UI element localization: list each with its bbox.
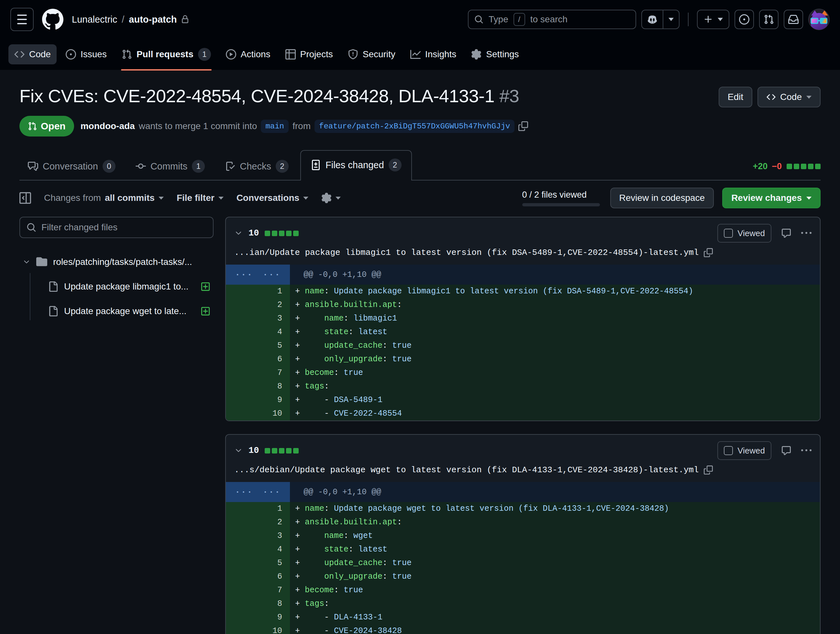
line-number[interactable]: 2	[226, 298, 290, 312]
viewed-toggle[interactable]: Viewed	[717, 441, 771, 460]
file-options-button[interactable]	[801, 445, 812, 456]
breadcrumb-owner[interactable]: Lunalectric	[72, 14, 117, 25]
diff-line[interactable]: 8+tags:	[226, 380, 820, 393]
issues-button[interactable]	[734, 10, 754, 29]
nav-item-insights[interactable]: Insights	[404, 44, 463, 65]
nav-item-settings[interactable]: Settings	[465, 44, 524, 65]
filter-changed-files-input[interactable]	[41, 222, 207, 233]
diff-line[interactable]: 9+ - DSA-5489-1	[226, 393, 820, 407]
diff-line[interactable]: 10+ - CVE-2024-38428	[226, 624, 820, 634]
file-filter-dropdown[interactable]: File filter	[177, 193, 224, 203]
inbox-button[interactable]	[784, 10, 803, 29]
diff-line[interactable]: 5+ update_cache: true	[226, 339, 820, 353]
copilot-caret-down-icon[interactable]	[663, 10, 679, 28]
base-branch-label[interactable]: main	[261, 120, 289, 133]
copy-path-button[interactable]	[704, 248, 713, 257]
tree-folder-row[interactable]: roles/patching/tasks/patch-tasks/...	[19, 250, 213, 274]
collapse-sidebar-button[interactable]	[19, 192, 31, 204]
diff-line[interactable]: 10+ - CVE-2022-48554	[226, 407, 820, 421]
diff-line[interactable]: 4+ state: latest	[226, 543, 820, 557]
pr-author[interactable]: mondoo-ada	[81, 121, 135, 131]
copilot-button[interactable]	[641, 10, 679, 29]
nav-item-actions[interactable]: Actions	[220, 44, 276, 65]
line-number[interactable]: 3	[226, 529, 290, 543]
diff-line[interactable]: 8+tags:	[226, 597, 820, 611]
copy-path-button[interactable]	[704, 465, 713, 475]
edit-button[interactable]: Edit	[718, 87, 752, 107]
diff-line[interactable]: 9+ - DLA-4133-1	[226, 611, 820, 624]
nav-item-projects[interactable]: Projects	[279, 44, 339, 65]
pull-requests-button[interactable]	[759, 10, 778, 29]
nav-item-code[interactable]: Code	[8, 44, 57, 65]
line-number[interactable]: 1	[226, 285, 290, 298]
diff-line[interactable]: 1+name: Update package wget to latest ve…	[226, 502, 820, 516]
diff-line[interactable]: 7+become: true	[226, 366, 820, 380]
diff-filename[interactable]: ...ian/Update package libmagic1 to lates…	[234, 248, 699, 257]
tab-checks[interactable]: Checks 2	[216, 153, 297, 180]
collapse-diff-button[interactable]	[234, 229, 243, 237]
head-branch-label[interactable]: feature/patch-2xBiDgT557DxGGWU5h47hvhGJj…	[314, 120, 515, 133]
create-new-button[interactable]	[697, 10, 729, 29]
filter-changed-files-field[interactable]	[19, 217, 213, 238]
line-number[interactable]: 5	[226, 557, 290, 570]
tab-conversation[interactable]: Conversation 0	[19, 153, 124, 180]
avatar[interactable]	[808, 9, 830, 30]
review-changes-button[interactable]: Review changes	[722, 188, 821, 208]
diff-line[interactable]: 6+ only_upgrade: true	[226, 353, 820, 366]
viewed-checkbox[interactable]	[724, 446, 733, 455]
hamburger-menu-button[interactable]	[10, 8, 34, 31]
tree-file-wget[interactable]: Update package wget to late...	[19, 299, 213, 323]
diff-line[interactable]: 3+ name: wget	[226, 529, 820, 543]
diff-settings-dropdown[interactable]	[321, 193, 341, 203]
line-number[interactable]: 6	[226, 353, 290, 366]
diff-line[interactable]: 5+ update_cache: true	[226, 557, 820, 570]
diff-line[interactable]: 3+ name: libmagic1	[226, 312, 820, 325]
diff-line[interactable]: 6+ only_upgrade: true	[226, 570, 820, 584]
copy-branch-button[interactable]	[518, 121, 528, 131]
diff-line[interactable]: 2+ansible.builtin.apt:	[226, 516, 820, 529]
line-number[interactable]: 5	[226, 339, 290, 353]
diff-line[interactable]: 2+ansible.builtin.apt:	[226, 298, 820, 312]
line-number[interactable]: 10	[226, 624, 290, 634]
code-dropdown-button[interactable]: Code	[758, 87, 821, 107]
comment-button[interactable]	[781, 228, 791, 238]
diff-line[interactable]: 4+ state: latest	[226, 325, 820, 339]
line-number[interactable]: 6	[226, 570, 290, 584]
review-in-codespace-button[interactable]: Review in codespace	[610, 188, 714, 208]
comment-button[interactable]	[781, 445, 791, 456]
line-number[interactable]: 8	[226, 380, 290, 393]
chevron-down-icon[interactable]	[23, 258, 30, 266]
line-number[interactable]: 9	[226, 393, 290, 407]
breadcrumb-repo[interactable]: auto-patch	[129, 14, 189, 25]
diff-line[interactable]: 7+become: true	[226, 584, 820, 597]
github-logo[interactable]	[42, 9, 63, 30]
expand-hunk-button[interactable]: ······	[226, 265, 290, 285]
line-number[interactable]: 4	[226, 325, 290, 339]
line-number[interactable]: 7	[226, 366, 290, 380]
line-number[interactable]: 9	[226, 611, 290, 624]
file-options-button[interactable]	[801, 228, 812, 238]
expand-hunk-button[interactable]: ······	[226, 482, 290, 502]
line-number[interactable]: 8	[226, 597, 290, 611]
line-number[interactable]: 4	[226, 543, 290, 557]
line-number[interactable]: 7	[226, 584, 290, 597]
tree-file-libmagic1[interactable]: Update package libmagic1 to...	[19, 274, 213, 299]
viewed-checkbox[interactable]	[724, 229, 733, 238]
conversations-dropdown[interactable]: Conversations	[237, 193, 309, 203]
diff-line[interactable]: 1+name: Update package libmagic1 to late…	[226, 285, 820, 298]
nav-item-issues[interactable]: Issues	[60, 44, 113, 65]
collapse-diff-button[interactable]	[234, 446, 243, 455]
changes-from-dropdown[interactable]: Changes from all commits	[44, 193, 164, 203]
tab-commits[interactable]: Commits 1	[127, 153, 213, 180]
line-number[interactable]: 3	[226, 312, 290, 325]
viewed-toggle[interactable]: Viewed	[717, 224, 771, 243]
nav-item-security[interactable]: Security	[342, 44, 401, 65]
diff-filename[interactable]: ...s/debian/Update package wget to lates…	[234, 465, 699, 475]
line-number[interactable]: 2	[226, 516, 290, 529]
table-icon	[286, 49, 296, 60]
global-search-input[interactable]: Type / to search	[468, 10, 636, 29]
line-number[interactable]: 10	[226, 407, 290, 421]
tab-files-changed[interactable]: Files changed 2	[300, 150, 412, 180]
nav-item-pull-requests[interactable]: Pull requests 1	[116, 43, 217, 66]
line-number[interactable]: 1	[226, 502, 290, 516]
